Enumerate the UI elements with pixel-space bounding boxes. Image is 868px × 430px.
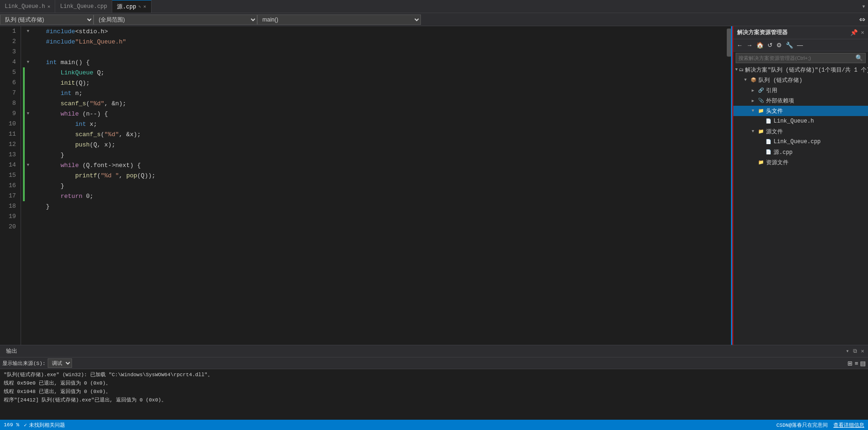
code-line-10[interactable]: int x; bbox=[21, 119, 726, 129]
output-panel: 输出 ▾ ⧉ ✕ 显示输出来源(S): 调试 ⊞ ≡ ▤ "队列(链式存储).e… bbox=[0, 345, 868, 420]
output-line: "队列(链式存储).exe" (Win32): 已加载 "C:\Windows\… bbox=[4, 371, 864, 379]
se-wrench-btn[interactable]: 🔧 bbox=[784, 41, 795, 49]
code-line-3[interactable] bbox=[21, 47, 726, 57]
se-home-btn[interactable]: 🏠 bbox=[755, 41, 765, 49]
se-icon-0: 🗂 bbox=[739, 66, 744, 73]
code-line-5[interactable]: LinkQueue Q; bbox=[21, 67, 726, 78]
indent-1 bbox=[31, 28, 46, 35]
code-line-20[interactable] bbox=[21, 222, 726, 232]
output-close-icon[interactable]: ✕ bbox=[861, 348, 864, 355]
code-line-8[interactable]: scanf_s("%d", &n); bbox=[21, 98, 726, 109]
token-11: scanf_s bbox=[75, 131, 101, 138]
indent-18 bbox=[31, 203, 46, 210]
se-tree-item-2[interactable]: ▶🔗引用 bbox=[733, 85, 868, 95]
token-15: "%d " bbox=[101, 172, 119, 179]
fold-btn-14[interactable]: ▼ bbox=[25, 163, 31, 168]
se-search-icon: 🔍 bbox=[855, 54, 863, 62]
fold-btn-5 bbox=[25, 70, 31, 75]
output-float-icon[interactable]: ⧉ bbox=[853, 348, 857, 355]
code-line-13[interactable]: } bbox=[21, 150, 726, 160]
se-tree-item-4[interactable]: ▼📁头文件 bbox=[733, 106, 868, 116]
code-line-1[interactable]: ▼ #include<stdio.h> bbox=[21, 26, 726, 36]
se-icon-7: 📄 bbox=[765, 138, 772, 146]
se-icon-9: 📁 bbox=[757, 159, 765, 166]
se-forward-btn[interactable]: → bbox=[745, 41, 754, 49]
indent-10 bbox=[31, 121, 75, 128]
indent-11 bbox=[31, 131, 75, 138]
se-tree-item-0[interactable]: ▼🗂解决方案"队列 (链式存储)"(1个项目/共 1 个) bbox=[733, 65, 868, 75]
token-8: , &n); bbox=[104, 100, 126, 107]
fold-btn-15 bbox=[25, 173, 31, 178]
code-line-12[interactable]: push(Q, x); bbox=[21, 139, 726, 150]
output-wrap-btn[interactable]: ≡ bbox=[854, 360, 858, 367]
scope-right-select[interactable]: main() bbox=[257, 15, 421, 25]
se-tree-item-1[interactable]: ▼📦队列 (链式存储) bbox=[733, 75, 868, 85]
se-back-btn[interactable]: ← bbox=[735, 41, 744, 49]
se-tree-item-5[interactable]: 📄Link_Queue.h bbox=[733, 116, 868, 126]
indent-9 bbox=[31, 110, 60, 117]
vertical-scrollbar[interactable] bbox=[726, 26, 732, 345]
se-header: 解决方案资源管理器 📌 ✕ bbox=[733, 26, 868, 39]
code-line-16[interactable]: } bbox=[21, 181, 726, 191]
se-refresh-btn[interactable]: ↺ bbox=[766, 41, 774, 49]
code-line-11[interactable]: scanf_s("%d", &x); bbox=[21, 129, 726, 139]
token-15: pop bbox=[126, 172, 137, 179]
code-line-4[interactable]: ▼ int main() { bbox=[21, 57, 726, 67]
tab-source-cpp[interactable]: 源.cpp ✎ ✕ bbox=[112, 0, 151, 13]
se-tree-item-9[interactable]: 📁资源文件 bbox=[733, 157, 868, 168]
se-tree-item-8[interactable]: 📄源.cpp bbox=[733, 147, 868, 157]
indent-16 bbox=[31, 182, 60, 189]
se-pin-icon[interactable]: 📌 bbox=[850, 29, 858, 36]
output-tab[interactable]: 输出 bbox=[4, 347, 20, 355]
checkmark-icon: ✓ bbox=[24, 422, 27, 428]
scope-mid-select[interactable]: (全局范围) bbox=[94, 15, 257, 25]
se-tree-item-3[interactable]: ▶📎外部依赖项 bbox=[733, 95, 868, 106]
scope-left-select[interactable]: 队列 (链式存储) bbox=[0, 15, 94, 25]
tab-list-icon[interactable]: ▾ bbox=[862, 2, 866, 10]
detail-link[interactable]: 查看详细信息 bbox=[833, 422, 864, 429]
se-tree-item-7[interactable]: 📄Link_Queue.cpp bbox=[733, 137, 868, 147]
expand-btn[interactable]: ⇔ bbox=[856, 14, 868, 25]
token-8: ( bbox=[86, 100, 90, 107]
output-move-icon[interactable]: ▾ bbox=[846, 348, 849, 355]
fold-btn-1[interactable]: ▼ bbox=[25, 29, 31, 34]
token-8: scanf_s bbox=[60, 100, 86, 107]
code-line-6[interactable]: init(Q); bbox=[21, 78, 726, 88]
code-line-7[interactable]: int n; bbox=[21, 88, 726, 98]
tab-close-h[interactable]: ✕ bbox=[47, 4, 50, 9]
tab-link-queue-cpp[interactable]: Link_Queue.cpp bbox=[55, 0, 112, 13]
fold-btn-13 bbox=[25, 153, 31, 157]
code-area[interactable]: ▼ #include<stdio.h> #include"Link_Queue.… bbox=[21, 26, 726, 345]
se-minus-btn[interactable]: — bbox=[796, 41, 804, 49]
se-search-box[interactable]: 🔍 bbox=[736, 53, 866, 63]
output-filter-btn[interactable]: ▤ bbox=[860, 360, 866, 367]
se-icon-4: 📁 bbox=[757, 107, 765, 115]
tab-link-queue-h[interactable]: Link_Queue.h ✕ bbox=[0, 0, 55, 13]
tab-close-source[interactable]: ✕ bbox=[144, 4, 146, 9]
se-search-input[interactable] bbox=[738, 55, 855, 61]
token-2: #include bbox=[46, 38, 75, 45]
code-line-2[interactable]: #include"Link_Queue.h" bbox=[21, 36, 726, 47]
code-line-18[interactable]: } bbox=[21, 201, 726, 211]
token-10: int bbox=[75, 121, 86, 128]
output-clear-btn[interactable]: ⊞ bbox=[847, 360, 853, 367]
fold-btn-4[interactable]: ▼ bbox=[25, 60, 31, 65]
code-line-15[interactable]: printf("%d ", pop(Q)); bbox=[21, 170, 726, 181]
code-line-17[interactable]: return 0; bbox=[21, 191, 726, 201]
se-tree-item-6[interactable]: ▼📁源文件 bbox=[733, 126, 868, 137]
token-14: (Q.font->next) { bbox=[79, 162, 141, 169]
se-close-icon[interactable]: ✕ bbox=[861, 29, 864, 36]
code-line-14[interactable]: ▼ while (Q.font->next) { bbox=[21, 160, 726, 170]
output-line: 程序"[24412] 队列(链式存储).exe"已退出, 返回值为 0 (0x0… bbox=[4, 396, 864, 404]
token-9: (n--) { bbox=[79, 110, 108, 117]
output-header: 输出 ▾ ⧉ ✕ bbox=[0, 345, 868, 357]
token-18: } bbox=[46, 203, 50, 210]
fold-btn-9[interactable]: ▼ bbox=[25, 111, 31, 116]
status-right: CSDN@落春只在完意间 查看详细信息 bbox=[776, 422, 864, 429]
code-line-9[interactable]: ▼ while (n--) { bbox=[21, 109, 726, 119]
output-source-select[interactable]: 调试 bbox=[48, 358, 72, 368]
se-header-actions: 📌 ✕ bbox=[850, 29, 864, 36]
code-line-19[interactable] bbox=[21, 211, 726, 222]
se-settings-btn[interactable]: ⚙ bbox=[775, 41, 783, 49]
token-4: int bbox=[46, 59, 57, 66]
